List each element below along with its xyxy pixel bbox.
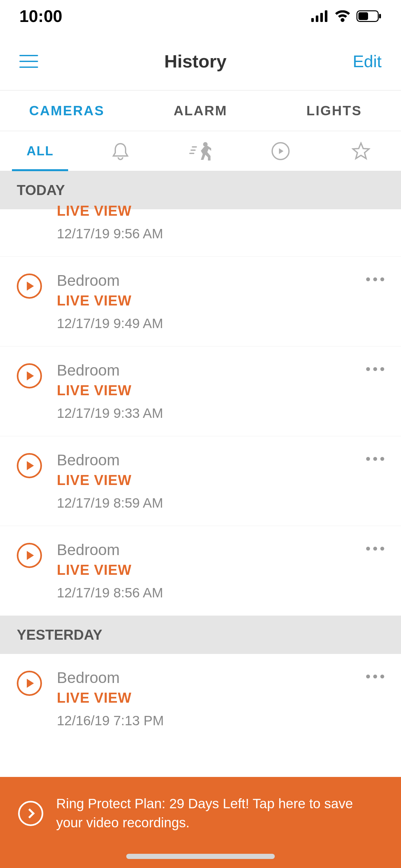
event-row[interactable]: LIVE VIEW 12/17/19 9:56 AM <box>0 206 401 257</box>
event-timestamp: 12/17/19 9:33 AM <box>57 406 351 421</box>
event-body: Bedroom LIVE VIEW 12/16/19 7:13 PM <box>57 669 351 728</box>
more-icon[interactable] <box>366 367 384 371</box>
event-live-label: LIVE VIEW <box>57 292 351 309</box>
banner-text: Ring Protect Plan: 29 Days Left! Tap her… <box>56 795 383 833</box>
more-icon[interactable] <box>366 547 384 551</box>
event-live-label: LIVE VIEW <box>57 472 351 488</box>
event-timestamp: 12/17/19 9:56 AM <box>57 226 353 242</box>
star-icon <box>351 142 370 160</box>
event-title: Bedroom <box>57 669 351 686</box>
svg-rect-10 <box>189 153 194 154</box>
svg-rect-0 <box>311 18 314 22</box>
event-timestamp: 12/17/19 8:56 AM <box>57 585 351 600</box>
svg-rect-1 <box>316 16 318 22</box>
more-icon[interactable] <box>366 457 384 461</box>
tab-alarm[interactable]: ALARM <box>134 90 267 131</box>
filter-play[interactable] <box>241 131 320 171</box>
event-body: Bedroom LIVE VIEW 12/17/19 8:59 AM <box>57 451 351 511</box>
event-title: Bedroom <box>57 541 351 559</box>
tab-cameras[interactable]: CAMERAS <box>0 90 134 131</box>
filter-tabs: ALL <box>0 131 401 171</box>
nav-bar: History Edit <box>0 32 401 90</box>
page-title: History <box>164 51 227 72</box>
tab-lights[interactable]: LIGHTS <box>267 90 401 131</box>
event-live-label: LIVE VIEW <box>57 382 351 399</box>
event-row[interactable]: Bedroom LIVE VIEW 12/17/19 9:33 AM <box>0 346 401 436</box>
svg-rect-9 <box>190 150 196 151</box>
more-icon[interactable] <box>366 675 384 678</box>
status-bar: 10:00 <box>0 0 401 32</box>
more-icon[interactable] <box>366 277 384 281</box>
event-list-today: LIVE VIEW 12/17/19 9:56 AM Bedroom LIVE … <box>0 206 401 616</box>
section-yesterday: YESTERDAY <box>0 616 401 654</box>
bell-icon <box>112 142 129 160</box>
event-row[interactable]: Bedroom LIVE VIEW 12/17/19 8:59 AM <box>0 436 401 526</box>
event-row[interactable]: Bedroom LIVE VIEW 12/17/19 8:56 AM <box>0 526 401 616</box>
event-live-label: LIVE VIEW <box>57 562 351 578</box>
menu-icon[interactable] <box>19 55 38 68</box>
event-body: Bedroom LIVE VIEW 12/17/19 9:33 AM <box>57 361 351 421</box>
top-tabs: CAMERAS ALARM LIGHTS <box>0 90 401 131</box>
svg-rect-8 <box>192 146 197 148</box>
filter-star[interactable] <box>321 131 401 171</box>
event-body: Bedroom LIVE VIEW 12/17/19 9:49 AM <box>57 272 351 331</box>
edit-button[interactable]: Edit <box>352 52 382 71</box>
filter-all[interactable]: ALL <box>0 131 80 171</box>
event-timestamp: 12/16/19 7:13 PM <box>57 713 351 728</box>
event-title: Bedroom <box>57 361 351 379</box>
play-icon[interactable] <box>17 453 42 478</box>
status-right <box>311 10 382 22</box>
cellular-icon <box>311 10 329 22</box>
event-title: Bedroom <box>57 451 351 469</box>
filter-bell[interactable] <box>80 131 160 171</box>
status-time: 10:00 <box>19 6 62 26</box>
wifi-icon <box>335 10 351 22</box>
filter-all-label: ALL <box>27 144 54 158</box>
motion-icon <box>189 142 212 160</box>
chevron-right-icon <box>18 801 43 826</box>
event-live-label: LIVE VIEW <box>57 203 353 219</box>
event-timestamp: 12/17/19 9:49 AM <box>57 316 351 331</box>
play-icon[interactable] <box>17 543 42 568</box>
event-row[interactable]: Bedroom LIVE VIEW 12/16/19 7:13 PM <box>0 654 401 743</box>
play-icon[interactable] <box>17 671 42 696</box>
play-icon[interactable] <box>17 274 42 299</box>
play-circle-icon <box>271 142 290 160</box>
svg-rect-2 <box>320 13 323 22</box>
filter-motion[interactable] <box>160 131 241 171</box>
event-timestamp: 12/17/19 8:59 AM <box>57 495 351 511</box>
event-body: Bedroom LIVE VIEW 12/17/19 8:56 AM <box>57 541 351 600</box>
home-indicator[interactable] <box>126 854 275 859</box>
event-live-label: LIVE VIEW <box>57 690 351 706</box>
event-title: Bedroom <box>57 272 351 289</box>
svg-rect-6 <box>379 14 381 19</box>
event-list-yesterday: Bedroom LIVE VIEW 12/16/19 7:13 PM <box>0 654 401 743</box>
svg-rect-3 <box>325 10 328 22</box>
play-icon[interactable] <box>17 363 42 389</box>
battery-icon <box>357 10 382 22</box>
event-body: LIVE VIEW 12/17/19 9:56 AM <box>57 206 353 242</box>
event-row[interactable]: Bedroom LIVE VIEW 12/17/19 9:49 AM <box>0 257 401 346</box>
svg-rect-5 <box>359 12 368 20</box>
